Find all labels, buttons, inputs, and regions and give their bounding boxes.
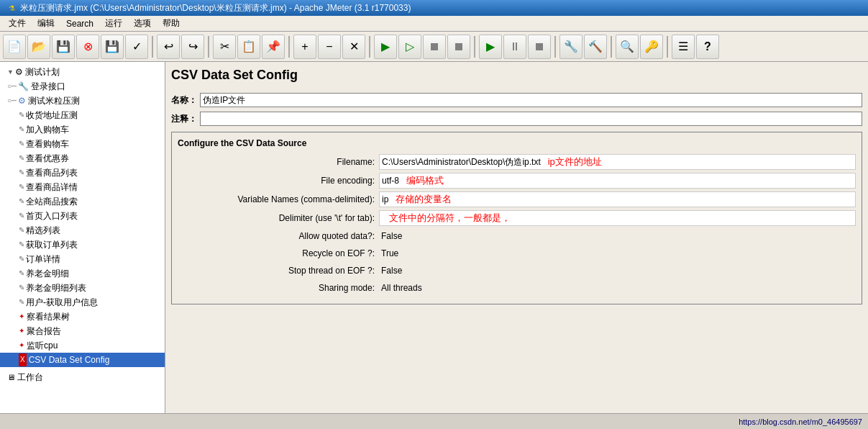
tree-item-view-coupon[interactable]: ✎ 查看优惠券 <box>0 151 165 166</box>
connector-login: ○─ <box>7 80 17 93</box>
menu-help[interactable]: 帮助 <box>157 16 186 31</box>
title-bar: ⚗ 米粒压测请求.jmx (C:\Users\Administrator\Des… <box>0 0 868 16</box>
tree-label-agg: 聚合报告 <box>27 325 61 338</box>
remote-pause-button[interactable]: ⏸ <box>503 35 526 59</box>
new-button[interactable]: 📄 <box>3 35 26 59</box>
tree-label-sa: 全站商品搜索 <box>26 195 78 208</box>
paste-button[interactable]: 📌 <box>262 35 285 59</box>
stop-all-button[interactable]: ⏹ <box>447 35 470 59</box>
connector: ✎ <box>19 195 24 208</box>
connector: ✎ <box>19 123 24 136</box>
varnames-value: ip 存储的变量名 <box>379 191 856 207</box>
tree-item-login[interactable]: ○─ 🔧 登录接口 <box>0 79 165 94</box>
tree-item-test-group[interactable]: ○─ ⚙ 测试米粒压测 <box>0 94 165 108</box>
list-button[interactable]: ☰ <box>672 35 695 59</box>
clear-button[interactable]: ✕ <box>342 35 365 59</box>
tree-label-vc: 查看购物车 <box>26 137 69 150</box>
name-label: 名称： <box>171 94 197 107</box>
tree-item-view-tree[interactable]: ✦ 察看结果树 <box>0 310 165 324</box>
tree-item-collect-addr[interactable]: ✎ 收货地址压测 <box>0 108 165 122</box>
tree-item-get-order-list[interactable]: ✎ 获取订单列表 <box>0 238 165 252</box>
save2-button[interactable]: 💾 <box>101 35 124 59</box>
tree-item-order-detail[interactable]: ✎ 订单详情 <box>0 252 165 266</box>
redo-button[interactable]: ↪ <box>181 35 204 59</box>
help-button[interactable]: ? <box>696 35 719 59</box>
tree-label-vt: 察看结果树 <box>27 310 70 323</box>
tree-item-test-plan[interactable]: ▼ ⚙ 测试计划 <box>0 65 165 79</box>
tree-item-workbench[interactable]: 🖥 工作台 <box>0 370 165 384</box>
menu-options[interactable]: 选项 <box>128 16 157 31</box>
stop-button[interactable]: ⏹ <box>423 35 446 59</box>
tree-item-selected[interactable]: ✎ 精选列表 <box>0 223 165 238</box>
key-button[interactable]: 🔑 <box>640 35 663 59</box>
filename-row: Filename: C:\Users\Administrator\Desktop… <box>178 154 856 170</box>
save-button[interactable]: 💾 <box>52 35 75 59</box>
start-button[interactable]: ▶ <box>374 35 397 59</box>
tree-label-tg: 测试米粒压测 <box>28 94 80 107</box>
menu-edit[interactable]: 编辑 <box>32 16 60 31</box>
tree-item-pension-all[interactable]: ✎ 养老金明细 <box>0 266 165 281</box>
wb-icon: 🖥 <box>7 371 15 384</box>
name-row: 名称： <box>171 93 862 107</box>
tree-item-monitor-cpu[interactable]: ✦ 监听cpu <box>0 338 165 353</box>
connector: ✎ <box>19 267 24 280</box>
tree-item-view-cart[interactable]: ✎ 查看购物车 <box>0 137 165 151</box>
tree-item-get-user-info[interactable]: ✎ 用户-获取用户信息 <box>0 295 165 310</box>
cut-button[interactable]: ✂ <box>213 35 236 59</box>
encoding-row: File encoding: utf-8 编码格式 <box>178 173 856 189</box>
quoted-row: Allow quoted data?: False <box>178 229 856 243</box>
tree-item-view-goods-detail[interactable]: ✎ 查看商品详情 <box>0 180 165 194</box>
tree-item-csv-config[interactable]: X CSV Data Set Config <box>0 353 165 367</box>
config-group: Configure the CSV Data Source Filename: … <box>171 132 862 304</box>
tree-item-view-goods-list[interactable]: ✎ 查看商品列表 <box>0 166 165 180</box>
comment-input[interactable] <box>200 112 862 126</box>
tree-item-pension-list[interactable]: ✎ 养老金明细列表 <box>0 281 165 295</box>
undo-button[interactable]: ↩ <box>157 35 180 59</box>
status-text: https://blog.csdn.net/m0_46495697 <box>739 417 862 426</box>
tree-label: 测试计划 <box>25 66 60 78</box>
collapse-button[interactable]: − <box>318 35 341 59</box>
tree-label-wb: 工作台 <box>17 371 43 384</box>
tree-item-home-list[interactable]: ✎ 首页入口列表 <box>0 209 165 223</box>
sep4 <box>369 36 370 58</box>
verify-button[interactable]: ✓ <box>125 35 148 59</box>
tool1-button[interactable]: 🔧 <box>559 35 583 59</box>
search-button[interactable]: 🔍 <box>616 35 639 59</box>
tool2-button[interactable]: 🔨 <box>584 35 607 59</box>
delimiter-label: Delimiter (use '\t' for tab): <box>178 213 379 223</box>
recycle-row: Recycle on EOF ?: True <box>178 246 856 261</box>
remote-start-button[interactable]: ▶ <box>479 35 502 59</box>
menu-run[interactable]: 运行 <box>99 16 128 31</box>
stop-eof-label: Stop thread on EOF ?: <box>178 266 379 276</box>
encoding-text: utf-8 <box>382 176 399 186</box>
menu-file[interactable]: 文件 <box>3 16 32 31</box>
copy-button[interactable]: 📋 <box>237 35 260 59</box>
connector: ✎ <box>19 166 24 179</box>
tree-label-vgd: 查看商品详情 <box>26 181 78 194</box>
toolbar: 📄 📂 💾 ⊗ 💾 ✓ ↩ ↪ ✂ 📋 📌 + − ✕ ▶ ▷ ⏹ ⏹ ▶ ⏸ … <box>0 32 868 62</box>
stop-eof-value: False <box>379 265 404 276</box>
filename-label: Filename: <box>178 157 379 167</box>
encoding-annotation: 编码格式 <box>406 174 444 187</box>
filename-annotation: ip文件的地址 <box>548 155 602 168</box>
name-input[interactable] <box>200 93 862 107</box>
error-button[interactable]: ⊗ <box>76 35 99 59</box>
expand-button[interactable]: + <box>293 35 316 59</box>
tree-label-login: 登录接口 <box>31 80 65 93</box>
open-button[interactable]: 📂 <box>27 35 50 59</box>
menu-search[interactable]: Search <box>60 17 99 30</box>
comment-label: 注释： <box>171 113 197 125</box>
connector: ✎ <box>19 209 24 222</box>
tree-item-add-cart[interactable]: ✎ 加入购物车 <box>0 122 165 137</box>
tree-item-search-all[interactable]: ✎ 全站商品搜索 <box>0 194 165 209</box>
tree-label-vcp: 查看优惠券 <box>26 152 69 165</box>
app-icon: ⚗ <box>6 2 17 14</box>
status-bar: https://blog.csdn.net/m0_46495697 <box>0 413 868 429</box>
menu-bar: 文件 编辑 Search 运行 选项 帮助 <box>0 16 868 32</box>
tree-label-ca: 收货地址压测 <box>26 109 78 122</box>
sep7 <box>611 36 612 58</box>
connector: ✎ <box>19 152 24 165</box>
remote-stop-button[interactable]: ⏹ <box>528 35 551 59</box>
start-no-pause-button[interactable]: ▷ <box>398 35 421 59</box>
tree-item-aggregate[interactable]: ✦ 聚合报告 <box>0 324 165 338</box>
